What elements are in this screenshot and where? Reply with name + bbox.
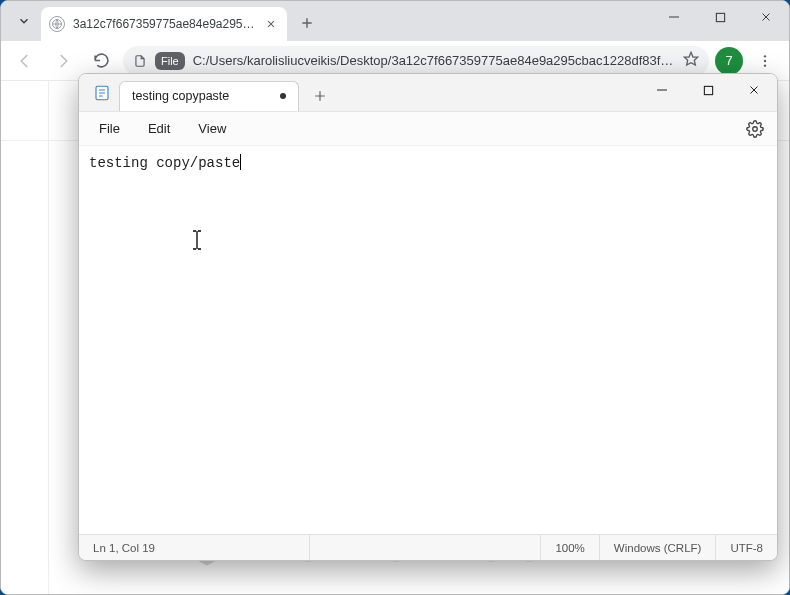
status-encoding[interactable]: UTF-8 [715, 535, 777, 560]
notepad-tab-title: testing copypaste [132, 89, 229, 103]
background-sidebar-stub [1, 81, 49, 594]
notepad-tabstrip: testing copypaste [79, 74, 777, 112]
text-caret [240, 154, 241, 170]
notepad-app-icon [91, 82, 113, 104]
svg-point-5 [764, 64, 766, 66]
back-button[interactable] [9, 45, 41, 77]
notepad-window-controls [639, 74, 777, 112]
notepad-menubar: File Edit View [79, 112, 777, 146]
status-zoom[interactable]: 100% [540, 535, 598, 560]
svg-rect-1 [716, 13, 724, 21]
new-tab-button[interactable] [293, 9, 321, 37]
notepad-window: testing copypaste File Edit View testing… [78, 73, 778, 561]
profile-avatar[interactable]: 7 [715, 47, 743, 75]
notepad-minimize-button[interactable] [639, 74, 685, 106]
forward-button[interactable] [47, 45, 79, 77]
editor-text: testing copy/paste [89, 155, 240, 171]
editor-area[interactable]: testing copy/paste [79, 146, 777, 534]
status-bar: Ln 1, Col 19 100% Windows (CRLF) UTF-8 [79, 534, 777, 560]
browser-tabstrip: 3a12c7f667359775ae84e9a295… [1, 1, 789, 41]
menu-file[interactable]: File [87, 117, 132, 140]
file-chip: File [155, 52, 185, 70]
minimize-button[interactable] [651, 1, 697, 33]
notepad-close-button[interactable] [731, 74, 777, 106]
svg-rect-7 [704, 86, 712, 94]
browser-tab-title: 3a12c7f667359775ae84e9a295… [73, 17, 255, 31]
gear-icon [746, 120, 764, 138]
unsaved-indicator-icon [280, 93, 286, 99]
svg-point-3 [764, 55, 766, 57]
avatar-initial: 7 [725, 53, 732, 68]
maximize-button[interactable] [697, 1, 743, 33]
svg-marker-2 [684, 52, 697, 65]
close-window-button[interactable] [743, 1, 789, 33]
globe-icon [49, 16, 65, 32]
url-text: C:/Users/karolisliucveikis/Desktop/3a12c… [193, 53, 675, 68]
browser-window-controls [651, 1, 789, 41]
file-icon [133, 54, 147, 68]
reload-button[interactable] [85, 45, 117, 77]
search-tabs-button[interactable] [11, 8, 37, 34]
browser-menu-button[interactable] [749, 45, 781, 77]
notepad-tab[interactable]: testing copypaste [119, 81, 299, 111]
menu-view[interactable]: View [186, 117, 238, 140]
browser-tab[interactable]: 3a12c7f667359775ae84e9a295… [41, 7, 287, 41]
close-tab-icon[interactable] [263, 16, 279, 32]
svg-point-8 [753, 126, 758, 131]
menu-edit[interactable]: Edit [136, 117, 182, 140]
notepad-new-tab-button[interactable] [305, 81, 335, 111]
status-position: Ln 1, Col 19 [79, 535, 309, 560]
settings-button[interactable] [741, 115, 769, 143]
status-spacer [309, 535, 540, 560]
notepad-maximize-button[interactable] [685, 74, 731, 106]
address-bar[interactable]: File C:/Users/karolisliucveikis/Desktop/… [123, 46, 709, 76]
bookmark-star-icon[interactable] [683, 51, 699, 70]
status-eol[interactable]: Windows (CRLF) [599, 535, 716, 560]
ibeam-cursor-icon [189, 230, 205, 254]
svg-point-4 [764, 59, 766, 61]
